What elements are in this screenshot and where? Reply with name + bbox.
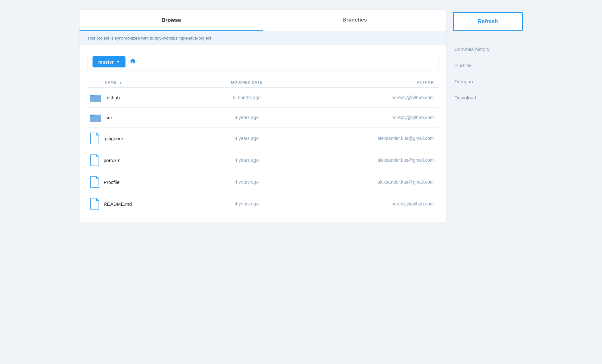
table-row[interactable]: .github6 months agonoreply@github.com	[87, 88, 439, 108]
col-header-name: NAME ▲	[87, 77, 206, 88]
file-icon	[90, 176, 99, 188]
sidebar-link-download[interactable]: Download	[453, 90, 523, 106]
cell-author: noreply@github.com	[293, 108, 439, 128]
tab-branches[interactable]: Branches	[263, 10, 446, 31]
folder-icon	[90, 93, 101, 102]
main-panel: Browse Branches This project is synchron…	[79, 9, 447, 223]
cell-date: 4 years ago	[206, 149, 293, 171]
file-icon	[90, 133, 99, 144]
cell-name: src	[87, 108, 206, 127]
folder-icon	[90, 113, 101, 122]
sync-bar: This project is synchronized with buddy-…	[80, 31, 446, 45]
cell-date: 4 years ago	[206, 193, 293, 215]
cell-author: aleksander.kus@gmail.com	[293, 149, 439, 171]
tabs-bar: Browse Branches	[80, 10, 446, 31]
cell-name: .gitignore	[87, 128, 206, 149]
content-area: master ▼ NAME ▲ MODIF	[80, 45, 446, 223]
sync-text: This project is synchronized with buddy-…	[87, 36, 211, 41]
sidebar-link-compare[interactable]: Compare	[453, 74, 523, 90]
file-name[interactable]: .github	[106, 95, 120, 100]
table-row[interactable]: README.md4 years agonoreply@github.com	[87, 193, 439, 215]
cell-name: Procfile	[87, 171, 206, 193]
cell-author: aleksander.kus@gmail.com	[293, 171, 439, 193]
file-name[interactable]: src	[106, 115, 112, 120]
branch-label: master	[98, 59, 114, 65]
table-row[interactable]: Procfile4 years agoaleksander.kus@gmail.…	[87, 171, 439, 193]
cell-name: README.md	[87, 193, 206, 215]
table-row[interactable]: src4 years agonoreply@github.com	[87, 108, 439, 128]
file-icon	[90, 198, 99, 210]
cell-date: 4 years ago	[206, 171, 293, 193]
cell-date: 4 years ago	[206, 108, 293, 128]
file-name[interactable]: pom.xml	[104, 158, 122, 163]
cell-author: noreply@github.com	[293, 88, 439, 108]
file-table-body: .github6 months agonoreply@github.com sr…	[87, 88, 439, 215]
cell-name: .github	[87, 88, 206, 107]
table-header-row: NAME ▲ MODIFIED DATE AUTHOR	[87, 77, 439, 88]
file-name[interactable]: Procfile	[104, 179, 119, 185]
refresh-button[interactable]: Refresh	[453, 12, 523, 31]
table-row[interactable]: .gitignore4 years agoaleksander.kus@gmai…	[87, 128, 439, 149]
sort-arrow-icon: ▲	[119, 81, 123, 84]
tab-browse[interactable]: Browse	[80, 10, 263, 31]
cell-author: noreply@github.com	[293, 193, 439, 215]
file-name[interactable]: .gitignore	[104, 136, 123, 141]
table-row[interactable]: pom.xml4 years agoaleksander.kus@gmail.c…	[87, 149, 439, 171]
cell-date: 6 months ago	[206, 88, 293, 108]
branch-selector[interactable]: master ▼	[93, 56, 125, 67]
chevron-down-icon: ▼	[116, 60, 120, 64]
sidebar-link-find-file[interactable]: Find file	[453, 58, 523, 74]
branch-bar: master ▼	[87, 53, 439, 71]
page-wrapper: Browse Branches This project is synchron…	[79, 9, 523, 223]
sidebar: Refresh Commits historyFind fileCompareD…	[453, 9, 523, 223]
sidebar-links: Commits historyFind fileCompareDownload	[453, 41, 523, 106]
col-header-author: AUTHOR	[293, 77, 439, 88]
col-header-date: MODIFIED DATE	[206, 77, 293, 88]
sidebar-link-commits-history[interactable]: Commits history	[453, 41, 523, 58]
file-name[interactable]: README.md	[104, 201, 132, 207]
home-icon[interactable]	[129, 58, 136, 66]
cell-author: aleksander.kus@gmail.com	[293, 128, 439, 149]
file-icon	[90, 154, 99, 166]
cell-date: 4 years ago	[206, 128, 293, 149]
file-table: NAME ▲ MODIFIED DATE AUTHOR	[87, 77, 439, 215]
cell-name: pom.xml	[87, 149, 206, 171]
